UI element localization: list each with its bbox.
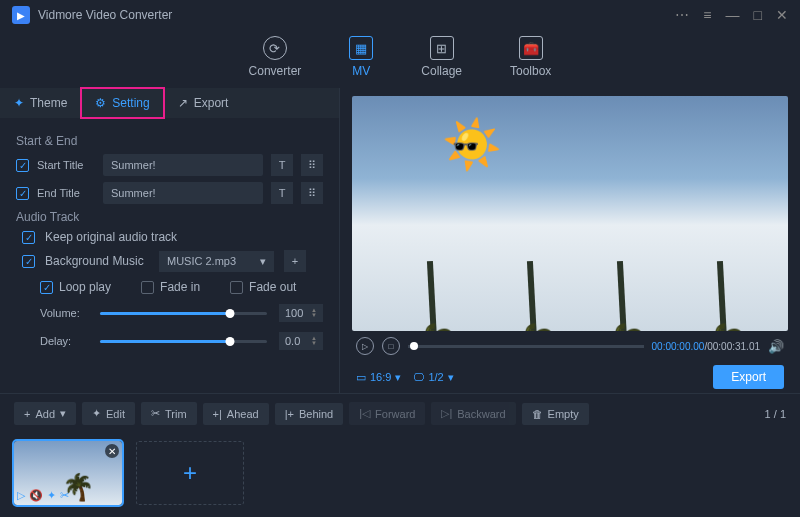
monitor-icon: 🖵 (413, 371, 424, 383)
edit-button[interactable]: ✦Edit (82, 402, 135, 425)
clip-toolbar: +Add▾ ✦Edit ✂Trim +|Ahead |+Behind |◁For… (0, 393, 800, 433)
start-title-checkbox[interactable]: ✓ (16, 159, 29, 172)
wand-icon: ✦ (92, 407, 101, 420)
delay-label: Delay: (40, 335, 88, 347)
forward-button[interactable]: |◁Forward (349, 402, 425, 425)
ahead-icon: +| (213, 408, 222, 420)
section-audio-track: Audio Track (16, 210, 323, 224)
chevron-down-icon: ▾ (395, 371, 401, 384)
delay-slider[interactable] (100, 340, 267, 343)
cut-icon[interactable]: ✂ (60, 489, 69, 502)
add-music-button[interactable]: + (284, 250, 306, 272)
maximize-icon[interactable]: □ (754, 7, 762, 23)
scissors-icon: ✂ (151, 407, 160, 420)
forward-icon: |◁ (359, 407, 370, 420)
gear-icon: ⚙ (95, 96, 106, 110)
tab-toolbox[interactable]: 🧰 Toolbox (510, 36, 551, 78)
fade-in-label: Fade in (160, 280, 200, 294)
bg-music-value: MUSIC 2.mp3 (167, 255, 236, 267)
text-style-button[interactable]: T (271, 154, 293, 176)
app-title: Vidmore Video Converter (38, 8, 172, 22)
subtab-label: Export (194, 96, 229, 110)
behind-icon: |+ (285, 408, 294, 420)
volume-value: 100 (285, 307, 303, 319)
toolbox-icon: 🧰 (519, 36, 543, 60)
play-button[interactable]: ▷ (356, 337, 374, 355)
page-indicator: 1 / 1 (765, 408, 786, 420)
clip-thumbnail[interactable]: ✕ ▷ 🔇 ✦ ✂ (14, 441, 122, 505)
tab-label: Converter (249, 64, 302, 78)
minimize-icon[interactable]: — (726, 7, 740, 23)
tab-label: Toolbox (510, 64, 551, 78)
collage-icon: ⊞ (430, 36, 454, 60)
fade-out-label: Fade out (249, 280, 296, 294)
stop-button[interactable]: □ (382, 337, 400, 355)
volume-icon[interactable]: 🔊 (768, 339, 784, 354)
subtab-theme[interactable]: ✦ Theme (0, 88, 81, 118)
scale-dropdown[interactable]: 🖵 1/2 ▾ (413, 371, 453, 384)
keep-original-checkbox[interactable]: ✓ (22, 231, 35, 244)
clip-thumbnails: ✕ ▷ 🔇 ✦ ✂ + (0, 433, 800, 517)
export-button[interactable]: Export (713, 365, 784, 389)
volume-label: Volume: (40, 307, 88, 319)
converter-icon: ⟳ (263, 36, 287, 60)
subtab-export[interactable]: ↗ Export (164, 88, 243, 118)
volume-slider[interactable] (100, 312, 267, 315)
mv-icon: ▦ (349, 36, 373, 60)
tab-collage[interactable]: ⊞ Collage (421, 36, 462, 78)
trim-button[interactable]: ✂Trim (141, 402, 197, 425)
remove-clip-button[interactable]: ✕ (105, 444, 119, 458)
play-icon[interactable]: ▷ (17, 489, 25, 502)
plus-icon: + (24, 408, 30, 420)
add-button[interactable]: +Add▾ (14, 402, 76, 425)
tab-label: Collage (421, 64, 462, 78)
titlebar: ▶ Vidmore Video Converter ⋯ ≡ — □ ✕ (0, 0, 800, 30)
empty-button[interactable]: 🗑Empty (522, 403, 589, 425)
color-grid-button[interactable]: ⠿ (301, 154, 323, 176)
end-title-label: End Title (37, 187, 95, 199)
fade-in-checkbox[interactable]: ✓ (141, 281, 154, 294)
preview-panel: ☀️ 🕶️ ▷ □ 00:00:00.00/00:00:31.01 🔊 ▭ 16… (340, 88, 800, 393)
tab-mv[interactable]: ▦ MV (349, 36, 373, 78)
loop-play-checkbox[interactable]: ✓ (40, 281, 53, 294)
progress-bar[interactable] (408, 345, 644, 348)
aspect-ratio-dropdown[interactable]: ▭ 16:9 ▾ (356, 371, 401, 384)
keep-original-label: Keep original audio track (45, 230, 177, 244)
main-tabs: ⟳ Converter ▦ MV ⊞ Collage 🧰 Toolbox (0, 30, 800, 88)
text-style-button[interactable]: T (271, 182, 293, 204)
end-title-input[interactable] (103, 182, 263, 204)
start-title-input[interactable] (103, 154, 263, 176)
backward-icon: ▷| (441, 407, 452, 420)
section-start-end: Start & End (16, 134, 323, 148)
settings-panel: ✦ Theme ⚙ Setting ↗ Export Start & End ✓… (0, 88, 340, 393)
bg-music-dropdown[interactable]: MUSIC 2.mp3 ▾ (159, 251, 274, 272)
volume-spinner[interactable]: 100 ▲▼ (279, 304, 323, 322)
bg-music-checkbox[interactable]: ✓ (22, 255, 35, 268)
subtab-label: Theme (30, 96, 67, 110)
chevron-down-icon: ▾ (448, 371, 454, 384)
loop-play-label: Loop play (59, 280, 111, 294)
tab-label: MV (352, 64, 370, 78)
star-icon[interactable]: ✦ (47, 489, 56, 502)
menu-icon[interactable]: ≡ (703, 7, 711, 23)
export-icon: ↗ (178, 96, 188, 110)
delay-spinner[interactable]: 0.0 ▲▼ (279, 332, 323, 350)
ahead-button[interactable]: +|Ahead (203, 403, 269, 425)
close-icon[interactable]: ✕ (776, 7, 788, 23)
tab-converter[interactable]: ⟳ Converter (249, 36, 302, 78)
mute-icon[interactable]: 🔇 (29, 489, 43, 502)
color-grid-button[interactable]: ⠿ (301, 182, 323, 204)
behind-button[interactable]: |+Behind (275, 403, 344, 425)
bg-music-label: Background Music (45, 254, 149, 268)
end-title-checkbox[interactable]: ✓ (16, 187, 29, 200)
backward-button[interactable]: ▷|Backward (431, 402, 515, 425)
aspect-icon: ▭ (356, 371, 366, 384)
subtab-setting[interactable]: ⚙ Setting (81, 88, 163, 118)
feedback-icon[interactable]: ⋯ (675, 7, 689, 23)
add-clip-slot[interactable]: + (136, 441, 244, 505)
video-preview[interactable]: ☀️ 🕶️ (352, 96, 788, 331)
subtab-label: Setting (112, 96, 149, 110)
app-logo-icon: ▶ (12, 6, 30, 24)
fade-out-checkbox[interactable]: ✓ (230, 281, 243, 294)
delay-value: 0.0 (285, 335, 300, 347)
